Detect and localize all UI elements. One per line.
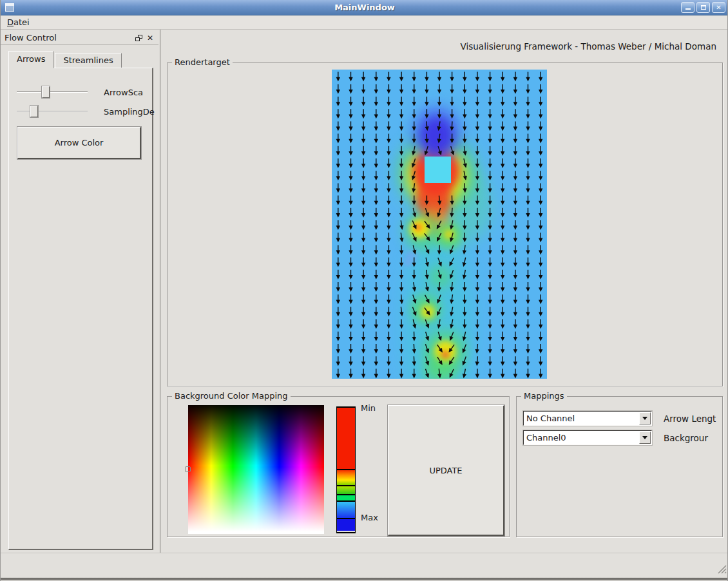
colorbar-segment <box>337 494 355 500</box>
rendertarget-group: Rendertarget <box>167 62 723 386</box>
background-color-mapping-legend: Background Color Mapping <box>172 391 291 401</box>
close-icon: ✕ <box>716 4 721 11</box>
arrow-scale-slider-handle[interactable] <box>42 86 50 98</box>
colorbar-segment <box>337 408 355 469</box>
tab-bar: Arrows Streamlines <box>8 51 122 68</box>
background-channel-label: Backgrour <box>664 433 722 443</box>
colorbar-max-label: Max <box>361 513 378 522</box>
colorbar-segment <box>337 469 355 485</box>
sampling-density-slider-handle[interactable] <box>30 106 38 117</box>
color-picker[interactable] <box>188 405 324 534</box>
status-bar <box>1 553 728 576</box>
colorbar-segment <box>337 518 355 531</box>
menu-bar: Datei <box>1 15 728 30</box>
main-window: MainWindow ✕ Datei Flow Control ✕ Arrows… <box>0 0 728 581</box>
color-picker-marker[interactable] <box>185 466 191 472</box>
colorbar-segment <box>337 500 355 518</box>
flow-control-dock: Flow Control ✕ Arrows Streamlines ArrowS… <box>1 30 160 553</box>
credit-text: Visualisierung Framework - Thomas Weber … <box>461 41 716 52</box>
dock-title: Flow Control <box>1 33 57 43</box>
arrow-length-combobox-value: No Channel <box>524 414 639 423</box>
rendertarget-legend: Rendertarget <box>172 57 233 67</box>
sampling-density-label: SamplingDe <box>104 107 160 117</box>
menu-item-datei[interactable]: Datei <box>1 16 35 29</box>
minimize-icon <box>685 8 691 10</box>
central-widget: Visualisierung Framework - Thomas Weber … <box>163 30 728 553</box>
arrow-length-combobox[interactable]: No Channel <box>523 411 652 426</box>
tab-arrows[interactable]: Arrows <box>8 51 53 68</box>
maximize-button[interactable] <box>696 2 710 13</box>
background-channel-combobox[interactable]: Channel0 <box>523 430 652 445</box>
mappings-group: Mappings No Channel Arrow Lengt Channel0… <box>516 396 723 537</box>
dock-close-icon[interactable]: ✕ <box>147 34 153 42</box>
window-title: MainWindow <box>1 3 728 12</box>
minimize-button[interactable] <box>681 2 694 13</box>
title-bar[interactable]: MainWindow ✕ <box>1 0 728 15</box>
flow-visualization[interactable] <box>332 70 547 379</box>
arrow-scale-label: ArrowSca <box>104 88 160 97</box>
dock-float-icon[interactable] <box>135 35 142 41</box>
maximize-icon <box>701 5 706 10</box>
update-button[interactable]: UPDATE <box>388 405 504 536</box>
chevron-down-icon[interactable] <box>639 432 651 444</box>
mappings-legend: Mappings <box>521 391 567 401</box>
window-icon[interactable] <box>5 3 14 12</box>
window-bottom-border <box>1 576 728 581</box>
sampling-density-slider[interactable] <box>17 105 88 118</box>
dock-splitter[interactable] <box>160 30 162 553</box>
chevron-down-icon[interactable] <box>639 412 651 424</box>
tab-streamlines[interactable]: Streamlines <box>55 53 121 68</box>
close-button[interactable]: ✕ <box>712 2 725 13</box>
resize-grip-icon[interactable] <box>718 565 727 574</box>
arrow-scale-slider[interactable] <box>17 86 88 99</box>
dock-header[interactable]: Flow Control ✕ <box>1 31 158 45</box>
arrows-tab-panel: ArrowSca SamplingDe Arrow Color <box>8 68 153 550</box>
background-color-mapping-group: Background Color Mapping Min Max UPDATE <box>167 396 510 537</box>
colorbar-segment <box>337 485 355 494</box>
arrow-length-label: Arrow Lengt <box>664 414 722 424</box>
colorbar-min-label: Min <box>361 403 376 413</box>
transfer-colorbar[interactable] <box>336 406 356 533</box>
arrow-color-button[interactable]: Arrow Color <box>17 127 141 159</box>
background-channel-combobox-value: Channel0 <box>524 433 639 443</box>
